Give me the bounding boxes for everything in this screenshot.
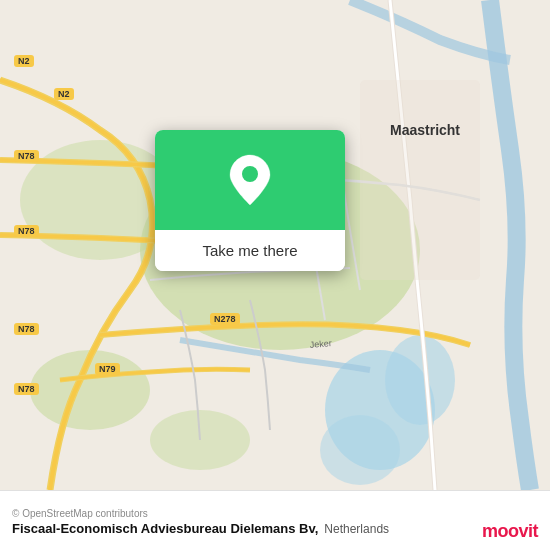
svg-point-6 — [385, 335, 455, 425]
attribution-text: © OpenStreetMap contributors — [12, 508, 538, 519]
footer-bar: © OpenStreetMap contributors Fiscaal-Eco… — [0, 490, 550, 550]
road-label-n278: N278 — [210, 313, 240, 325]
svg-text:Jeker: Jeker — [309, 338, 332, 350]
road-label-n79: N79 — [95, 363, 120, 375]
road-label-n2-2: N2 — [54, 88, 74, 100]
svg-point-7 — [320, 415, 400, 485]
location-popup: Take me there — [155, 130, 345, 271]
road-label-n2-1: N2 — [14, 55, 34, 67]
svg-point-11 — [242, 166, 258, 182]
road-label-n78-4: N78 — [14, 383, 39, 395]
location-pin-icon — [228, 153, 272, 207]
business-name: Fiscaal-Economisch Adviesbureau Dieleman… — [12, 521, 318, 536]
moovit-logo: moovit — [482, 521, 538, 542]
popup-header — [155, 130, 345, 230]
map-container: Maastricht Jeker N2 N2 N78 N78 N78 N78 N… — [0, 0, 550, 490]
take-me-there-button[interactable]: Take me there — [155, 230, 345, 271]
road-label-n78-1: N78 — [14, 150, 39, 162]
svg-text:Maastricht: Maastricht — [390, 122, 460, 138]
country-name: Netherlands — [324, 522, 389, 536]
road-label-n78-3: N78 — [14, 323, 39, 335]
road-label-n78-2: N78 — [14, 225, 39, 237]
svg-rect-8 — [360, 80, 480, 280]
